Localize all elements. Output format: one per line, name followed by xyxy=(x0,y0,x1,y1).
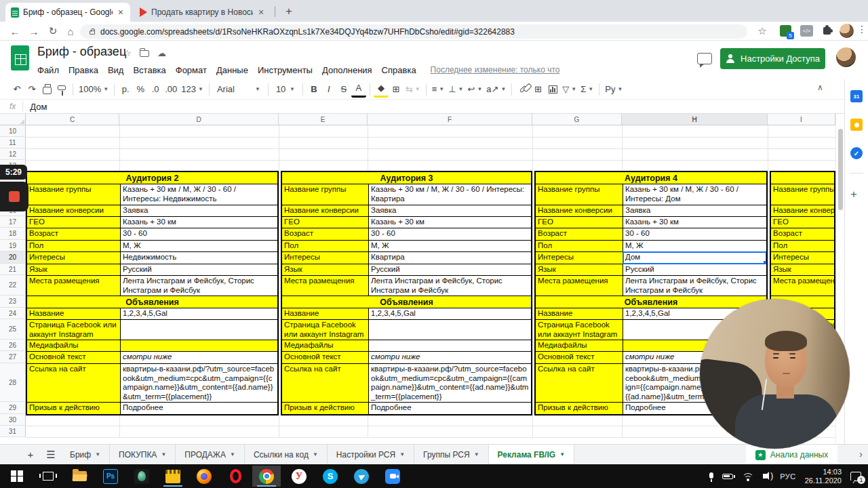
clock[interactable]: 14:03 26.11.2020 xyxy=(805,468,842,485)
row-label-cell[interactable]: Медиафайлы xyxy=(282,340,369,351)
row-label-cell[interactable]: Страница Facebook или аккаунт Instagram xyxy=(27,320,121,340)
row-label-cell[interactable]: Название группы xyxy=(536,184,623,205)
row-label-cell[interactable]: Интересы xyxy=(282,252,369,264)
row-label-cell[interactable]: ГЕО xyxy=(536,217,623,228)
row-label-cell[interactable]: Язык xyxy=(771,264,835,275)
row-label-cell[interactable]: Интересы xyxy=(27,252,121,264)
value-cell[interactable] xyxy=(369,340,531,351)
market-app-icon[interactable] xyxy=(159,466,187,487)
language-indicator[interactable]: РУС xyxy=(780,472,796,481)
zoom-icon[interactable] xyxy=(378,466,407,487)
row-label-cell[interactable]: Возраст xyxy=(282,228,369,240)
value-cell[interactable]: М, Ж xyxy=(623,241,766,251)
row-header-10[interactable]: 10 xyxy=(0,125,26,137)
row-header-23[interactable]: 23 xyxy=(0,296,26,308)
value-cell[interactable]: Лента Инстаграм и Фейсбук, Сторис Инстаг… xyxy=(369,276,531,296)
value-cell[interactable]: М, Ж xyxy=(369,241,531,251)
column-header-F[interactable]: F xyxy=(368,114,532,125)
bookmark-star-icon[interactable]: ☆ xyxy=(754,24,770,39)
value-cell[interactable]: 30 - 60 xyxy=(369,228,531,240)
share-button[interactable]: Настройки Доступа xyxy=(720,48,825,69)
opera-icon[interactable] xyxy=(221,466,250,487)
row-label-cell[interactable]: Основной текст xyxy=(536,352,623,363)
telegram-icon[interactable] xyxy=(347,466,376,487)
row-label-cell[interactable]: Возраст xyxy=(536,228,623,240)
undo-icon[interactable]: ↶ xyxy=(9,81,24,98)
file-explorer-icon[interactable] xyxy=(65,466,94,487)
row-label-cell[interactable]: Язык xyxy=(536,264,623,275)
row-label-cell[interactable]: Основной текст xyxy=(282,352,369,363)
column-header-G[interactable]: G xyxy=(532,114,622,125)
sheet-tab-nastroyki-rsya[interactable]: Настройки РСЯ▼ xyxy=(328,445,414,464)
increase-decimals-button[interactable]: .00 xyxy=(163,81,179,98)
volume-icon[interactable] xyxy=(763,474,767,479)
value-cell[interactable]: Квартира xyxy=(369,252,531,264)
start-button[interactable] xyxy=(3,466,31,487)
menu-file[interactable]: Файл xyxy=(33,64,64,77)
menu-format[interactable]: Формат xyxy=(171,64,212,77)
currency-format-button[interactable]: р. xyxy=(118,81,133,98)
column-header-D[interactable]: D xyxy=(119,114,279,125)
url-field[interactable]: docs.google.com/spreadsheets/d/1RsoNeHKR… xyxy=(80,24,747,39)
row-label-cell[interactable]: Язык xyxy=(282,264,369,275)
browser-tab-sheets[interactable]: Бриф - образец - Google Табли × xyxy=(5,3,130,22)
row-label-cell[interactable]: Интересы xyxy=(771,252,835,264)
value-cell[interactable]: Казань + 30 км / М, Ж / 30 - 60 / Интере… xyxy=(369,184,531,205)
document-title[interactable]: Бриф - образец xyxy=(37,45,126,59)
chrome-icon[interactable] xyxy=(252,466,281,487)
row-label-cell[interactable]: Пол xyxy=(771,241,835,251)
row-header-17[interactable]: 17 xyxy=(0,216,26,228)
menu-help[interactable]: Справка xyxy=(377,64,421,77)
value-cell[interactable]: квартиры-в-казани.рф/?utm_source=faceboo… xyxy=(369,364,531,402)
value-cell[interactable]: Лента Инстаграм и Фейсбук, Сторис Инстаг… xyxy=(121,276,277,296)
battery-icon[interactable] xyxy=(722,474,733,479)
zoom-select[interactable]: 100%▼ xyxy=(77,81,111,98)
sheet-tab-prodazha[interactable]: ПРОДАЖА▼ xyxy=(176,445,245,464)
row-label-cell[interactable]: Название группы xyxy=(27,184,121,205)
font-size-select[interactable]: 10▼ xyxy=(272,81,299,98)
filter-icon[interactable]: ▽▼ xyxy=(560,81,578,98)
row-label-cell[interactable]: ГЕО xyxy=(282,217,369,228)
insert-link-icon[interactable] xyxy=(515,81,530,98)
merge-cells-icon[interactable]: ⇆▼ xyxy=(403,81,422,98)
column-header-I[interactable]: I xyxy=(768,114,835,125)
merged-header-cell[interactable]: Аудитория 4 xyxy=(536,172,766,184)
firefox-icon[interactable] xyxy=(190,466,218,487)
star-document-icon[interactable]: ☆ xyxy=(123,48,132,58)
row-label-cell[interactable]: Название группы xyxy=(771,184,835,205)
value-cell[interactable]: Подробнее xyxy=(369,403,531,415)
row-label-cell[interactable]: Название группы xyxy=(282,184,369,205)
value-cell[interactable]: 30 - 60 xyxy=(623,228,766,240)
value-cell[interactable]: Подробнее xyxy=(121,403,277,415)
row-label-cell[interactable]: Ссылка на сайт xyxy=(27,364,121,402)
selected-cell[interactable]: Дом xyxy=(623,252,766,264)
row-label-cell[interactable]: Интересы xyxy=(536,252,623,264)
extension-icon[interactable]: 5 xyxy=(780,25,791,37)
text-rotation-icon[interactable]: a↗▼ xyxy=(484,81,508,98)
task-view-icon[interactable] xyxy=(34,466,62,487)
photoshop-icon[interactable]: Ps xyxy=(96,466,125,487)
notifications-icon[interactable]: 1 xyxy=(850,472,861,481)
row-header-25[interactable]: 25 xyxy=(0,319,26,340)
insert-chart-icon[interactable] xyxy=(545,81,560,98)
account-avatar[interactable] xyxy=(836,47,856,67)
redo-icon[interactable]: ↷ xyxy=(24,81,39,98)
value-cell[interactable]: Заявка xyxy=(623,205,766,216)
value-cell[interactable]: Недвижимость xyxy=(121,252,277,264)
merged-header-cell[interactable]: Объявления xyxy=(282,296,531,308)
value-cell[interactable]: квартиры-в-казани.рф/?utm_source=faceboo… xyxy=(121,364,277,402)
extensions-puzzle-icon[interactable] xyxy=(823,27,831,35)
sheet-tab-gruppy-rsya[interactable]: Группы РСЯ▼ xyxy=(414,445,488,464)
row-label-cell[interactable]: Страница Facebook или аккаунт Instagram xyxy=(282,320,369,340)
value-cell[interactable]: 30 - 60 xyxy=(121,228,277,240)
row-label-cell[interactable]: Ссылка на сайт xyxy=(536,364,623,402)
calendar-icon[interactable]: 31 xyxy=(850,90,863,102)
tab-close-icon[interactable]: × xyxy=(257,7,265,17)
menu-view[interactable]: Вид xyxy=(103,64,129,77)
comments-icon[interactable] xyxy=(697,53,712,64)
value-cell[interactable]: смотри ниже xyxy=(121,352,277,363)
merged-header-cell[interactable]: Объявления xyxy=(536,296,766,308)
value-cell[interactable]: Заявка xyxy=(121,205,277,216)
tasks-icon[interactable]: ✓ xyxy=(850,147,863,159)
row-label-cell[interactable]: Призыв к действию xyxy=(536,403,623,415)
